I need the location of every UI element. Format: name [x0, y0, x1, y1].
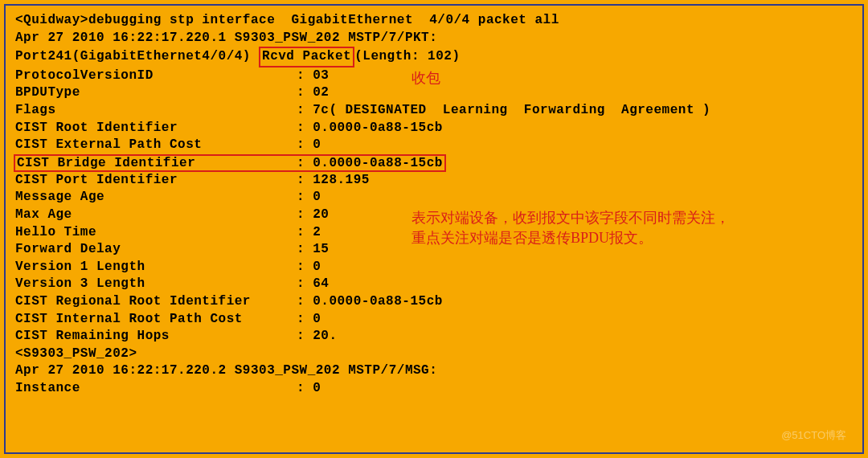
field-label: Message Age [15, 189, 297, 207]
field-label: CIST External Path Cost [15, 137, 297, 154]
field-label: Max Age [15, 207, 297, 224]
annotation-bridge-line1: 表示对端设备，收到报文中该字段不同时需关注， [411, 208, 730, 228]
field-value: : 7c( DESIGNATED Learning Forwarding Agr… [297, 102, 710, 120]
field-label: Version 1 Length [15, 259, 297, 276]
field-value: : 0 [297, 259, 321, 276]
field-value: : 128.195 [297, 172, 370, 190]
field-value: : 0 [297, 189, 321, 207]
cist-root-id-row: CIST Root Identifier : 0.0000-0a88-15cb [15, 120, 853, 137]
cist-remaining-hops-row: CIST Remaining Hops : 20. [15, 328, 853, 346]
field-value: : 03 [297, 67, 329, 85]
port-line: Port241(GigabitEthernet4/0/4) Rcvd Packe… [15, 47, 853, 67]
cist-regional-root-id-row: CIST Regional Root Identifier : 0.0000-0… [15, 293, 853, 311]
message-age-row: Message Age : 0 [15, 189, 853, 207]
terminal-output: <Quidway>debugging stp interface Gigabit… [4, 4, 864, 454]
field-value: : 02 [297, 84, 329, 102]
field-label: CIST Internal Root Path Cost [15, 311, 297, 329]
cist-internal-root-path-row: CIST Internal Root Path Cost : 0 [15, 311, 853, 329]
watermark: @51CTO博客 [781, 428, 846, 443]
field-value: : 20 [297, 207, 329, 224]
version-3-length-row: Version 3 Length : 64 [15, 276, 853, 293]
field-label: CIST Remaining Hops [15, 328, 297, 346]
field-value: : 15 [297, 241, 329, 259]
cist-port-id-row: CIST Port Identifier : 128.195 [15, 172, 853, 190]
field-label: CIST Bridge Identifier [17, 156, 297, 170]
field-value: : 20. [297, 328, 338, 346]
instance-row: Instance : 0 [15, 380, 853, 398]
timestamp-line: Apr 27 2010 16:22:17.220.1 S9303_PSW_202… [15, 30, 853, 47]
field-label: BPDUType [15, 84, 297, 102]
field-value: : 0 [297, 380, 321, 398]
field-label: Instance [15, 380, 297, 398]
field-value: : 0 [297, 137, 321, 154]
field-label: Version 3 Length [15, 276, 297, 293]
field-label: Flags [15, 102, 297, 120]
field-label: CIST Port Identifier [15, 172, 297, 190]
rcvd-packet-highlight: Rcvd Packet [259, 47, 354, 67]
field-value: : 0 [297, 311, 321, 329]
flags-row: Flags : 7c( DESIGNATED Learning Forwardi… [15, 102, 853, 120]
field-value: : 0.0000-0a88-15cb [297, 120, 443, 137]
field-label: CIST Root Identifier [15, 120, 297, 137]
version-1-length-row: Version 1 Length : 0 [15, 259, 853, 276]
field-value: : 0.0000-0a88-15cb [297, 156, 443, 170]
annotation-bridge: 表示对端设备，收到报文中该字段不同时需关注， 重点关注对端是否是透传BPDU报文… [411, 208, 730, 248]
prompt-line: <S9303_PSW_202> [15, 346, 853, 363]
annotation-bridge-line2: 重点关注对端是否是透传BPDU报文。 [411, 228, 730, 248]
command-line: <Quidway>debugging stp interface Gigabit… [15, 12, 853, 30]
timestamp-line-2: Apr 27 2010 16:22:17.220.2 S9303_PSW_202… [15, 362, 853, 380]
cist-bridge-id-row-wrapper: CIST Bridge Identifier : 0.0000-0a88-15c… [15, 154, 853, 172]
port-prefix: Port241(GigabitEthernet4/0/4) [15, 49, 259, 63]
field-value: : 2 [297, 224, 321, 242]
field-label: Hello Time [15, 224, 297, 242]
cist-ext-path-cost-row: CIST External Path Cost : 0 [15, 137, 853, 154]
field-label: ProtocolVersionID [15, 67, 297, 85]
annotation-rcvd: 收包 [411, 68, 440, 88]
field-value: : 64 [297, 276, 329, 293]
field-label: Forward Delay [15, 241, 297, 259]
field-value: : 0.0000-0a88-15cb [297, 293, 443, 311]
cist-bridge-id-highlight: CIST Bridge Identifier : 0.0000-0a88-15c… [14, 154, 446, 172]
field-label: CIST Regional Root Identifier [15, 293, 297, 311]
length-suffix: (Length: 102) [354, 49, 460, 63]
